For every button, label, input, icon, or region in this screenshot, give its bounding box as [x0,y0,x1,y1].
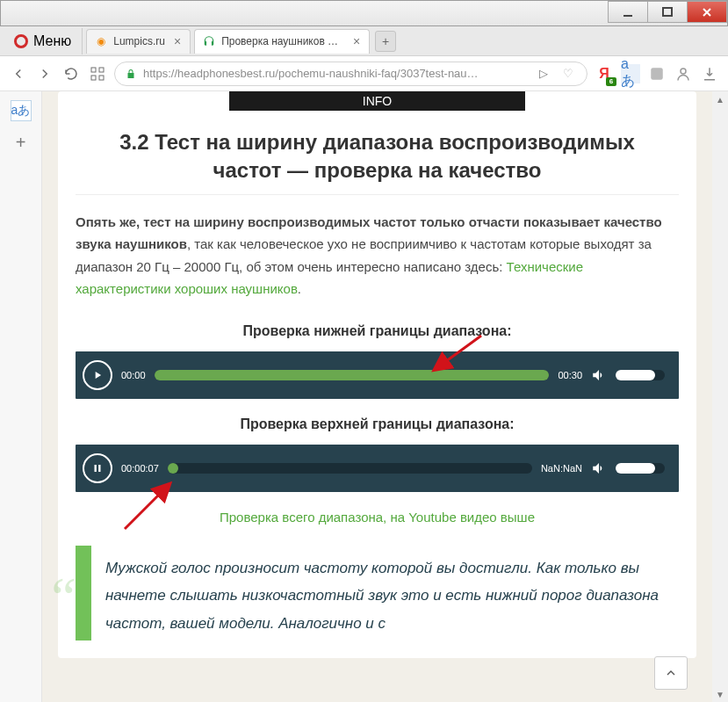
translate-sidebar-icon[interactable]: aあ [11,100,32,121]
browser-sidebar: aあ + [0,91,42,702]
scroll-top-button[interactable] [654,656,688,690]
volume-fill [616,370,655,380]
extensions-menu-icon[interactable] [647,64,667,83]
window-titlebar [0,0,728,26]
volume-icon[interactable] [591,367,607,383]
section-heading: 3.2 Тест на ширину диапазона воспроизвод… [76,128,679,195]
tab-label: Проверка наушников му… [221,35,344,47]
reload-button[interactable] [61,64,81,83]
close-tab-icon[interactable]: × [353,34,360,48]
bookmark-icon[interactable]: ♡ [559,64,578,83]
forward-button[interactable] [35,64,54,83]
favicon-icon [202,34,216,48]
scroll-down-icon[interactable]: ▼ [712,686,728,702]
opera-menu-button[interactable]: Меню [4,28,83,54]
duration-time: NaN:NaN [541,463,582,474]
play-button[interactable] [83,360,112,390]
opera-icon [14,34,28,48]
duration-time: 00:30 [558,370,582,380]
page-viewport: INFO 3.2 Тест на ширину диапазона воспро… [42,91,712,702]
minimize-button[interactable] [608,1,648,23]
quote-mark-icon: “ [46,546,77,649]
speed-dial-button[interactable] [88,64,107,83]
volume-bar[interactable] [616,370,665,380]
svg-rect-2 [91,68,96,72]
share-icon[interactable]: ▷ [534,64,553,83]
browser-toolbar: https://headphonesbest.ru/pochemu-naushn… [0,56,728,91]
intro-paragraph: Опять же, тест на ширину воспроизводимых… [76,211,679,300]
seek-bar[interactable] [168,463,532,474]
seek-fill [168,463,178,474]
svg-rect-0 [623,15,632,17]
maximize-button[interactable] [647,1,688,23]
current-time: 00:00 [121,370,146,380]
translate-extension-icon[interactable]: aあ [621,64,640,83]
vertical-scrollbar[interactable]: ▲ ▼ [712,91,728,702]
scroll-up-icon[interactable]: ▲ [712,91,728,107]
svg-rect-4 [91,76,96,80]
svg-point-7 [681,69,686,74]
low-range-label: Проверка нижней границы диапазона: [76,323,679,339]
downloads-icon[interactable] [700,64,719,83]
close-button[interactable] [687,1,727,23]
seek-bar[interactable] [155,370,550,380]
svg-rect-3 [99,68,104,72]
high-range-label: Проверка верхней границы диапазона: [76,416,679,432]
profile-icon[interactable] [674,64,693,83]
svg-rect-6 [651,68,663,80]
seek-fill [155,370,550,380]
volume-bar[interactable] [616,463,665,474]
audio-player-high: 00:00:07 NaN:NaN [76,445,679,492]
tab-lumpics[interactable]: ◉ Lumpics.ru × [86,29,191,54]
menu-label: Меню [33,33,71,49]
pause-button[interactable] [83,453,112,483]
current-time: 00:00:07 [121,463,159,474]
volume-icon[interactable] [591,460,607,476]
full-range-link[interactable]: Проверка всего диапазона, на Youtube вид… [76,510,679,525]
tab-label: Lumpics.ru [113,35,165,47]
volume-fill [616,463,655,474]
close-tab-icon[interactable]: × [174,34,181,48]
back-button[interactable] [9,64,28,83]
tab-headphonesbest[interactable]: Проверка наушников му… × [194,29,370,54]
yandex-button[interactable]: Я6 [595,64,614,83]
svg-rect-5 [99,76,104,80]
blockquote: “ Мужской голос произносит частоту котор… [76,546,679,640]
favicon-icon: ◉ [94,34,108,48]
notification-badge: 6 [606,77,616,86]
svg-rect-1 [663,8,672,16]
lock-icon [124,67,138,81]
info-banner: INFO [229,91,525,111]
address-bar[interactable]: https://headphonesbest.ru/pochemu-naushn… [114,62,587,86]
annotation-arrow-icon [119,480,181,532]
add-sidebar-button[interactable]: + [11,132,32,153]
tab-strip: Меню ◉ Lumpics.ru × Проверка наушников м… [0,26,728,56]
audio-player-low: 00:00 00:30 [76,351,679,399]
new-tab-button[interactable]: + [375,31,396,52]
url-text: https://headphonesbest.ru/pochemu-naushn… [143,67,529,80]
